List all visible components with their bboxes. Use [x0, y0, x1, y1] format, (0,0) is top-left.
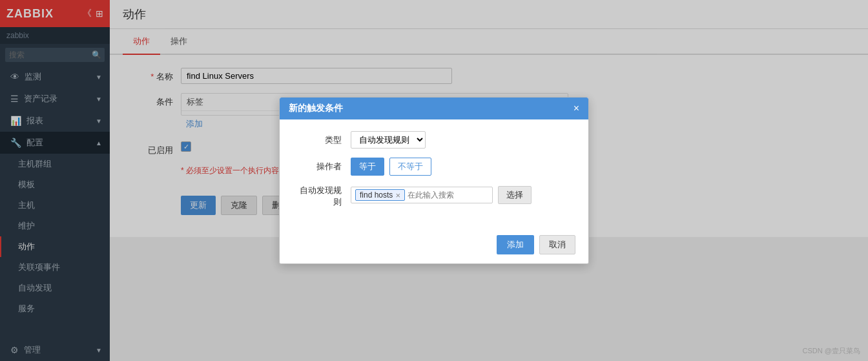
dialog-autodiscovery-row: 自动发现规则 find hosts × 选择: [293, 185, 575, 208]
operator-neq-button[interactable]: 不等于: [389, 158, 431, 176]
dialog-operator-label: 操作者: [293, 161, 351, 172]
dialog-footer: 添加 取消: [280, 229, 588, 263]
dialog-add-button[interactable]: 添加: [497, 235, 534, 254]
dialog-type-label: 类型: [293, 134, 351, 146]
dialog-type-row: 类型 自动发现规则 自动发现检查 自动发现对象 主机IP: [293, 131, 575, 149]
select-button[interactable]: 选择: [498, 186, 532, 204]
operator-eq-button[interactable]: 等于: [351, 158, 384, 176]
dialog-operator-row: 操作者 等于 不等于: [293, 158, 575, 176]
tag-search-input[interactable]: [408, 191, 459, 200]
tag-label: find hosts: [360, 191, 393, 200]
dialog-header: 新的触发条件 ×: [280, 98, 588, 119]
dialog-autodiscovery-label: 自动发现规则: [293, 185, 351, 208]
dialog-type-select[interactable]: 自动发现规则 自动发现检查 自动发现对象 主机IP: [351, 131, 426, 149]
tag-input-wrapper: find hosts ×: [351, 187, 493, 203]
tag-find-hosts: find hosts ×: [355, 189, 405, 201]
dialog-overlay: 新的触发条件 × 类型 自动发现规则 自动发现检查 自动发现对象 主机IP 操作…: [0, 0, 868, 361]
watermark: CSDN @壹只菜鸟: [803, 346, 860, 356]
dialog-cancel-button[interactable]: 取消: [539, 235, 575, 254]
tag-remove-button[interactable]: ×: [395, 191, 400, 200]
dialog-close-button[interactable]: ×: [574, 103, 579, 114]
dialog-title: 新的触发条件: [289, 103, 343, 114]
dialog: 新的触发条件 × 类型 自动发现规则 自动发现检查 自动发现对象 主机IP 操作…: [279, 97, 589, 264]
dialog-body: 类型 自动发现规则 自动发现检查 自动发现对象 主机IP 操作者 等于 不等于 …: [280, 119, 588, 229]
dialog-operators: 等于 不等于: [351, 158, 434, 176]
